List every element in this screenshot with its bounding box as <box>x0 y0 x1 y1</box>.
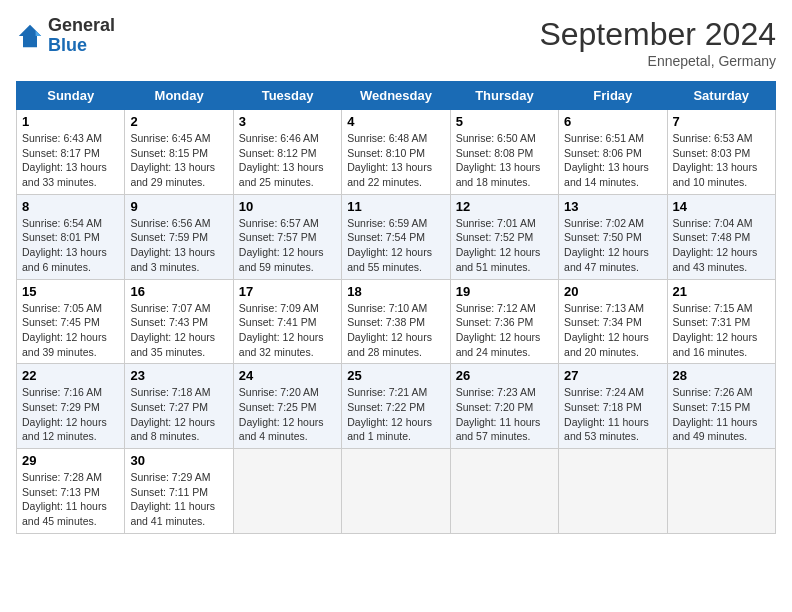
calendar-cell <box>450 449 558 534</box>
day-number: 15 <box>22 284 119 299</box>
calendar-cell: 26 Sunrise: 7:23 AMSunset: 7:20 PMDaylig… <box>450 364 558 449</box>
calendar-cell: 20 Sunrise: 7:13 AMSunset: 7:34 PMDaylig… <box>559 279 667 364</box>
day-number: 26 <box>456 368 553 383</box>
day-info: Sunrise: 7:18 AMSunset: 7:27 PMDaylight:… <box>130 385 227 444</box>
calendar-cell <box>559 449 667 534</box>
calendar-cell: 27 Sunrise: 7:24 AMSunset: 7:18 PMDaylig… <box>559 364 667 449</box>
day-number: 6 <box>564 114 661 129</box>
day-info: Sunrise: 7:10 AMSunset: 7:38 PMDaylight:… <box>347 301 444 360</box>
day-number: 10 <box>239 199 336 214</box>
day-info: Sunrise: 6:50 AMSunset: 8:08 PMDaylight:… <box>456 131 553 190</box>
calendar-cell: 18 Sunrise: 7:10 AMSunset: 7:38 PMDaylig… <box>342 279 450 364</box>
day-info: Sunrise: 7:01 AMSunset: 7:52 PMDaylight:… <box>456 216 553 275</box>
day-number: 23 <box>130 368 227 383</box>
day-number: 13 <box>564 199 661 214</box>
header-monday: Monday <box>125 82 233 110</box>
calendar-cell: 23 Sunrise: 7:18 AMSunset: 7:27 PMDaylig… <box>125 364 233 449</box>
calendar-cell: 25 Sunrise: 7:21 AMSunset: 7:22 PMDaylig… <box>342 364 450 449</box>
day-number: 12 <box>456 199 553 214</box>
day-info: Sunrise: 6:56 AMSunset: 7:59 PMDaylight:… <box>130 216 227 275</box>
calendar-cell: 10 Sunrise: 6:57 AMSunset: 7:57 PMDaylig… <box>233 194 341 279</box>
calendar-cell: 13 Sunrise: 7:02 AMSunset: 7:50 PMDaylig… <box>559 194 667 279</box>
calendar-cell: 21 Sunrise: 7:15 AMSunset: 7:31 PMDaylig… <box>667 279 775 364</box>
day-number: 1 <box>22 114 119 129</box>
day-info: Sunrise: 7:24 AMSunset: 7:18 PMDaylight:… <box>564 385 661 444</box>
calendar-cell: 3 Sunrise: 6:46 AMSunset: 8:12 PMDayligh… <box>233 110 341 195</box>
day-number: 2 <box>130 114 227 129</box>
logo-blue-text: Blue <box>48 36 115 56</box>
header-saturday: Saturday <box>667 82 775 110</box>
day-number: 9 <box>130 199 227 214</box>
calendar-cell: 17 Sunrise: 7:09 AMSunset: 7:41 PMDaylig… <box>233 279 341 364</box>
day-info: Sunrise: 7:02 AMSunset: 7:50 PMDaylight:… <box>564 216 661 275</box>
day-number: 11 <box>347 199 444 214</box>
day-number: 5 <box>456 114 553 129</box>
calendar-cell: 9 Sunrise: 6:56 AMSunset: 7:59 PMDayligh… <box>125 194 233 279</box>
day-info: Sunrise: 7:07 AMSunset: 7:43 PMDaylight:… <box>130 301 227 360</box>
header-friday: Friday <box>559 82 667 110</box>
header-sunday: Sunday <box>17 82 125 110</box>
day-info: Sunrise: 6:46 AMSunset: 8:12 PMDaylight:… <box>239 131 336 190</box>
day-info: Sunrise: 6:53 AMSunset: 8:03 PMDaylight:… <box>673 131 770 190</box>
day-number: 14 <box>673 199 770 214</box>
week-row-2: 8 Sunrise: 6:54 AMSunset: 8:01 PMDayligh… <box>17 194 776 279</box>
calendar-cell: 16 Sunrise: 7:07 AMSunset: 7:43 PMDaylig… <box>125 279 233 364</box>
calendar-cell: 19 Sunrise: 7:12 AMSunset: 7:36 PMDaylig… <box>450 279 558 364</box>
calendar-cell: 15 Sunrise: 7:05 AMSunset: 7:45 PMDaylig… <box>17 279 125 364</box>
day-number: 22 <box>22 368 119 383</box>
day-info: Sunrise: 6:59 AMSunset: 7:54 PMDaylight:… <box>347 216 444 275</box>
logo-icon <box>16 22 44 50</box>
calendar-cell: 7 Sunrise: 6:53 AMSunset: 8:03 PMDayligh… <box>667 110 775 195</box>
calendar-cell <box>667 449 775 534</box>
day-number: 18 <box>347 284 444 299</box>
calendar-cell: 4 Sunrise: 6:48 AMSunset: 8:10 PMDayligh… <box>342 110 450 195</box>
day-info: Sunrise: 6:48 AMSunset: 8:10 PMDaylight:… <box>347 131 444 190</box>
calendar-cell: 29 Sunrise: 7:28 AMSunset: 7:13 PMDaylig… <box>17 449 125 534</box>
day-info: Sunrise: 6:43 AMSunset: 8:17 PMDaylight:… <box>22 131 119 190</box>
day-info: Sunrise: 7:16 AMSunset: 7:29 PMDaylight:… <box>22 385 119 444</box>
day-number: 17 <box>239 284 336 299</box>
day-number: 20 <box>564 284 661 299</box>
day-info: Sunrise: 7:05 AMSunset: 7:45 PMDaylight:… <box>22 301 119 360</box>
location: Ennepetal, Germany <box>539 53 776 69</box>
day-info: Sunrise: 7:15 AMSunset: 7:31 PMDaylight:… <box>673 301 770 360</box>
day-info: Sunrise: 7:21 AMSunset: 7:22 PMDaylight:… <box>347 385 444 444</box>
calendar-cell <box>233 449 341 534</box>
header-wednesday: Wednesday <box>342 82 450 110</box>
day-info: Sunrise: 7:20 AMSunset: 7:25 PMDaylight:… <box>239 385 336 444</box>
calendar-cell: 5 Sunrise: 6:50 AMSunset: 8:08 PMDayligh… <box>450 110 558 195</box>
title-block: September 2024 Ennepetal, Germany <box>539 16 776 69</box>
calendar-cell: 30 Sunrise: 7:29 AMSunset: 7:11 PMDaylig… <box>125 449 233 534</box>
calendar-cell: 12 Sunrise: 7:01 AMSunset: 7:52 PMDaylig… <box>450 194 558 279</box>
day-info: Sunrise: 7:12 AMSunset: 7:36 PMDaylight:… <box>456 301 553 360</box>
day-info: Sunrise: 6:57 AMSunset: 7:57 PMDaylight:… <box>239 216 336 275</box>
header-tuesday: Tuesday <box>233 82 341 110</box>
logo-general-text: General <box>48 16 115 36</box>
week-row-3: 15 Sunrise: 7:05 AMSunset: 7:45 PMDaylig… <box>17 279 776 364</box>
weekday-header-row: Sunday Monday Tuesday Wednesday Thursday… <box>17 82 776 110</box>
calendar-cell: 11 Sunrise: 6:59 AMSunset: 7:54 PMDaylig… <box>342 194 450 279</box>
month-title: September 2024 <box>539 16 776 53</box>
day-info: Sunrise: 7:28 AMSunset: 7:13 PMDaylight:… <box>22 470 119 529</box>
day-number: 27 <box>564 368 661 383</box>
day-info: Sunrise: 7:29 AMSunset: 7:11 PMDaylight:… <box>130 470 227 529</box>
day-number: 30 <box>130 453 227 468</box>
day-number: 25 <box>347 368 444 383</box>
day-number: 24 <box>239 368 336 383</box>
calendar-cell: 22 Sunrise: 7:16 AMSunset: 7:29 PMDaylig… <box>17 364 125 449</box>
calendar-cell: 8 Sunrise: 6:54 AMSunset: 8:01 PMDayligh… <box>17 194 125 279</box>
calendar-cell: 2 Sunrise: 6:45 AMSunset: 8:15 PMDayligh… <box>125 110 233 195</box>
day-info: Sunrise: 6:54 AMSunset: 8:01 PMDaylight:… <box>22 216 119 275</box>
day-info: Sunrise: 6:45 AMSunset: 8:15 PMDaylight:… <box>130 131 227 190</box>
day-info: Sunrise: 7:26 AMSunset: 7:15 PMDaylight:… <box>673 385 770 444</box>
week-row-4: 22 Sunrise: 7:16 AMSunset: 7:29 PMDaylig… <box>17 364 776 449</box>
day-number: 16 <box>130 284 227 299</box>
week-row-1: 1 Sunrise: 6:43 AMSunset: 8:17 PMDayligh… <box>17 110 776 195</box>
logo: General Blue <box>16 16 115 56</box>
day-info: Sunrise: 7:09 AMSunset: 7:41 PMDaylight:… <box>239 301 336 360</box>
day-number: 3 <box>239 114 336 129</box>
day-number: 4 <box>347 114 444 129</box>
day-info: Sunrise: 6:51 AMSunset: 8:06 PMDaylight:… <box>564 131 661 190</box>
week-row-5: 29 Sunrise: 7:28 AMSunset: 7:13 PMDaylig… <box>17 449 776 534</box>
calendar-cell: 24 Sunrise: 7:20 AMSunset: 7:25 PMDaylig… <box>233 364 341 449</box>
